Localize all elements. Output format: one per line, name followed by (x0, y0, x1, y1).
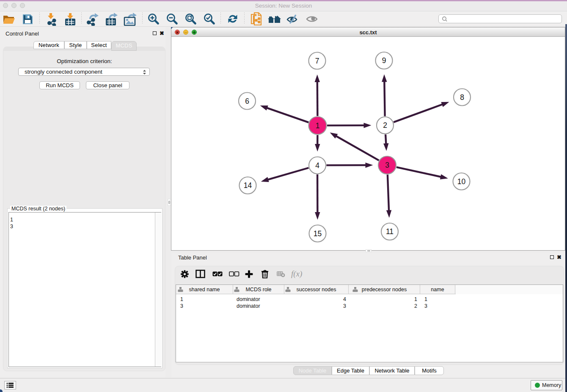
svg-text:11: 11 (386, 227, 394, 236)
svg-text:8: 8 (460, 93, 464, 102)
svg-text:4: 4 (315, 161, 319, 170)
svg-text:7: 7 (315, 57, 319, 65)
svg-text:10: 10 (457, 177, 466, 186)
svg-text:9: 9 (382, 56, 386, 65)
svg-text:6: 6 (245, 97, 249, 105)
svg-text:1: 1 (316, 121, 320, 130)
svg-text:2: 2 (383, 121, 387, 130)
svg-text:14: 14 (244, 181, 252, 190)
svg-text:15: 15 (314, 229, 322, 238)
svg-text:3: 3 (385, 161, 389, 169)
